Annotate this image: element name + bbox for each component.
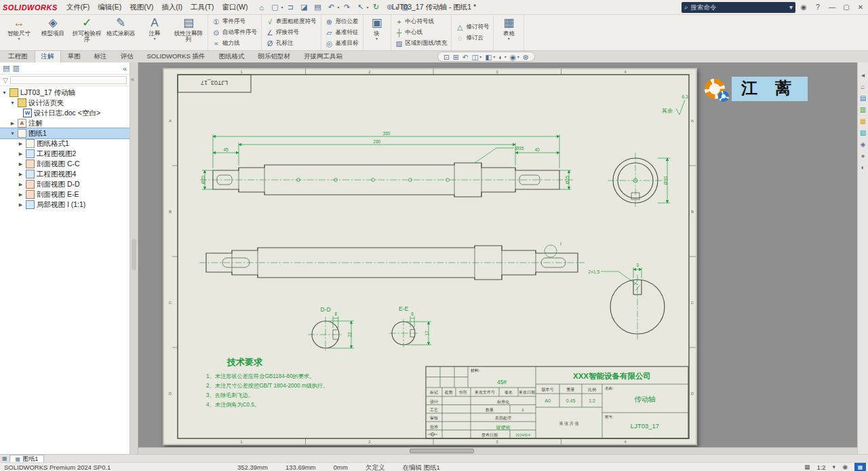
table-button[interactable]: ▦ 表格 ▾ xyxy=(496,16,521,50)
scale-caret-icon[interactable]: ▾ xyxy=(833,464,836,470)
spell-checker-button[interactable]: ✓ 拼写检验程序 xyxy=(70,16,104,50)
tree-filter-input[interactable] xyxy=(10,76,127,84)
design-library-icon[interactable]: ▤ xyxy=(860,95,866,102)
block-button[interactable]: ▣ 块 ▾ xyxy=(366,16,389,50)
tree-item-design-journal[interactable]: W 设计日志.doc <空白> xyxy=(0,108,130,118)
note-button[interactable]: A 注释 ▾ xyxy=(138,16,172,50)
hide-show-items-icon[interactable]: ◉ xyxy=(510,53,516,61)
file-explorer-icon[interactable]: ▥ xyxy=(860,107,866,113)
tab-dimension[interactable]: 标注 xyxy=(87,50,114,62)
search-caret-icon[interactable]: ▾ xyxy=(789,3,793,11)
tab-evaluate[interactable]: 评估 xyxy=(114,50,140,62)
menu-file[interactable]: 文件(F) xyxy=(63,1,93,14)
dimension-text[interactable]: Ø35 xyxy=(515,146,524,151)
dimension-text[interactable]: Ø20 xyxy=(201,175,205,184)
linear-note-pattern-button[interactable]: ▤ 线性注释阵列 xyxy=(172,16,205,50)
tab-drawing[interactable]: 工程图 xyxy=(1,50,35,62)
expander-icon[interactable]: ▶ xyxy=(18,162,24,167)
display-style-icon[interactable]: ◐ xyxy=(498,53,502,61)
dimension-text[interactable]: 350 xyxy=(383,131,391,136)
close-button[interactable]: ✕ xyxy=(854,2,867,13)
tab-addins[interactable]: SOLIDWORKS 插件 xyxy=(140,50,212,62)
resources-icon[interactable]: ⌂ xyxy=(861,83,865,90)
display-manager-tab-icon[interactable]: ▥ xyxy=(12,64,19,73)
center-mark-button[interactable]: +中心符号线 xyxy=(393,17,450,27)
dropdown-caret-icon[interactable]: ▾ xyxy=(153,37,155,41)
datum-target-button[interactable]: ◎基准目标 xyxy=(323,39,361,49)
panel-collapse-icon[interactable]: « xyxy=(123,64,127,73)
area-hatch-button[interactable]: ▨区域剖面线/填充 xyxy=(393,39,450,49)
scrollbar-thumb[interactable] xyxy=(410,449,474,453)
dimension-text[interactable]: 40 xyxy=(534,147,540,152)
tree-item-section-dd[interactable]: ▶ 剖面视图 D-D xyxy=(0,179,130,189)
dropdown-caret-icon[interactable]: ▾ xyxy=(281,5,283,10)
menu-tools[interactable]: 工具(T) xyxy=(187,1,217,14)
revision-cloud-button[interactable]: ◌修订云 xyxy=(454,33,491,43)
smart-dimension-button[interactable]: ↔ 智能尺寸 ▾ xyxy=(2,16,36,50)
tree-item-section-cc[interactable]: ▶ 剖面视图 C-C xyxy=(0,159,130,169)
dimension-text[interactable]: 8 xyxy=(334,312,337,316)
command-search[interactable]: ⌕ ▾ xyxy=(682,2,795,13)
dimension-text[interactable]: Ø30 xyxy=(663,176,668,185)
tab-kaiba-toolbox[interactable]: 开拔网工具箱 xyxy=(297,50,349,62)
select-icon[interactable]: ↖ xyxy=(354,2,366,13)
centerline-button[interactable]: ┼中心线 xyxy=(393,28,450,38)
view-orientation-icon[interactable]: ◧ xyxy=(485,53,492,61)
revision-symbol-button[interactable]: △修订符号 xyxy=(454,22,491,33)
dropdown-caret-icon[interactable]: ▾ xyxy=(517,54,519,59)
drawing-sheet[interactable]: 1 2 3 4 1 2 3 4 A B C D A B C D xyxy=(163,68,697,445)
dimension-text[interactable]: 6 xyxy=(411,312,414,316)
forum-icon[interactable]: ● xyxy=(861,153,865,159)
tree-item-sheet1[interactable]: ▼ 图纸1 xyxy=(0,128,130,138)
dropdown-caret-icon[interactable]: ▾ xyxy=(376,37,378,41)
zoom-area-icon[interactable]: ⊞ xyxy=(453,53,459,61)
menu-window[interactable]: 窗口(W) xyxy=(219,1,252,14)
splitter-handle[interactable] xyxy=(132,239,136,270)
sheet-scale[interactable]: 1:2 xyxy=(816,464,825,471)
search-input[interactable] xyxy=(691,3,787,11)
pane-settings-icon[interactable]: ◐ xyxy=(861,164,865,171)
tab-sheet-format[interactable]: 图纸格式 xyxy=(212,50,252,62)
menu-view[interactable]: 视图(V) xyxy=(126,1,157,14)
previous-view-icon[interactable]: ↶ xyxy=(462,53,469,61)
dropdown-caret-icon[interactable]: ▾ xyxy=(508,37,510,41)
grid-snap-icon[interactable]: ▦ xyxy=(804,464,810,470)
dimension-text[interactable]: 45 xyxy=(223,147,229,152)
dropdown-caret-icon[interactable]: ▾ xyxy=(479,54,481,59)
sheet-tab-sheet1[interactable]: ▦ 图纸1 xyxy=(9,455,45,462)
custom-properties-icon[interactable]: ◈ xyxy=(861,141,866,148)
expander-icon[interactable]: ▶ xyxy=(18,202,24,208)
feature-tree-tab-icon[interactable]: ▤ xyxy=(3,64,9,73)
minimize-button[interactable]: — xyxy=(826,2,838,13)
view-settings-icon[interactable]: ⊛ xyxy=(523,53,529,61)
tree-item-detail-i[interactable]: ▶ 局部视图 I (1:1) xyxy=(0,200,130,210)
surface-finish-button[interactable]: √表面粗糙度符号 xyxy=(264,17,319,27)
geometric-tolerance-button[interactable]: ⊕形位公差 xyxy=(323,17,361,27)
expander-icon[interactable]: ▶ xyxy=(18,192,24,197)
splitter-collapse-icon[interactable]: « xyxy=(131,76,134,83)
tab-sketch[interactable]: 草图 xyxy=(61,50,87,62)
view-palette-icon[interactable]: ▦ xyxy=(860,118,866,125)
balloon-button[interactable]: ①零件序号 xyxy=(210,17,259,27)
maximize-button[interactable]: ▢ xyxy=(840,2,852,13)
dropdown-caret-icon[interactable]: ▾ xyxy=(493,54,495,59)
home-icon[interactable]: ⌂ xyxy=(255,2,267,13)
section-view-icon[interactable]: ◫ xyxy=(471,53,478,61)
save-icon[interactable]: ◪ xyxy=(298,2,310,13)
tree-item-section-ee[interactable]: ▶ 剖面视图 E-E xyxy=(0,189,130,200)
tree-item-view2[interactable]: ▶ 工程图视图2 xyxy=(0,149,130,159)
expander-icon[interactable]: ▼ xyxy=(9,131,16,136)
expander-icon[interactable]: ▶ xyxy=(18,141,24,147)
tree-item-root[interactable]: ▼ LJT03_17 传动轴 xyxy=(0,88,130,98)
pane-expand-icon[interactable]: ◂ xyxy=(861,72,865,79)
tree-item-sheet-format1[interactable]: ▶ 图纸格式1 xyxy=(0,138,130,149)
expander-icon[interactable]: ▶ xyxy=(18,182,24,187)
tab-annotation[interactable]: 注解 xyxy=(35,50,61,62)
user-account-icon[interactable]: ◉ xyxy=(797,2,810,13)
status-dot-icon[interactable]: ◉ xyxy=(842,464,848,470)
help-icon[interactable]: ? xyxy=(812,2,824,13)
redo-icon[interactable]: ↷ xyxy=(340,2,353,13)
new-file-icon[interactable]: ▢ xyxy=(269,2,281,13)
tree-item-design-binder[interactable]: ▼ 设计活页夹 xyxy=(0,98,130,108)
auto-balloon-button[interactable]: ⊙自动零件序号 xyxy=(210,28,259,38)
